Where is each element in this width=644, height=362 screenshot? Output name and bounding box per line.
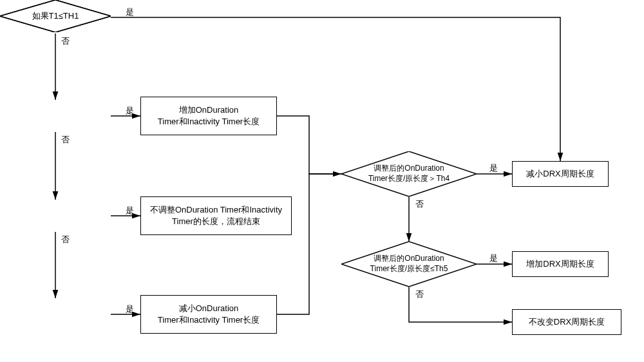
r1-text: 减小DRX周期长度	[526, 168, 594, 180]
d6-line1: 调整后的OnDuration	[374, 254, 444, 264]
process-decrease-drx: 减小DRX周期长度	[512, 161, 609, 187]
process-no-adjust: 不调整OnDuration Timer和Inactivity Timer的长度，…	[140, 196, 292, 235]
label-d3-no: 否	[61, 234, 70, 245]
label-d2-yes: 是	[126, 105, 134, 117]
process-nochange-drx: 不改变DRX周期长度	[512, 309, 621, 335]
a2-line2: Timer和Inactivity Timer长度	[158, 116, 260, 128]
decision-d4: 如果T1≤TH1	[0, 0, 111, 32]
a3-line1: 不调整OnDuration Timer和Inactivity	[150, 204, 282, 216]
a3-line2: Timer的长度，流程结束	[150, 216, 282, 227]
decision-d6: 调整后的OnDuration Timer长度/原长度≤Th5	[341, 242, 477, 287]
d6-line2: Timer长度/原长度≤Th5	[370, 264, 448, 274]
d5-line1: 调整后的OnDuration	[374, 164, 444, 174]
r2-text: 增加DRX周期长度	[526, 258, 594, 270]
decision-d5: 调整后的OnDuration Timer长度/原长度＞Th4	[341, 151, 477, 196]
label-d4-yes: 是	[126, 303, 134, 315]
label-d2-no: 否	[61, 134, 70, 146]
decision-d4-text: 如果T1≤TH1	[32, 10, 79, 22]
process-increase-drx: 增加DRX周期长度	[512, 251, 609, 277]
label-d1-no: 否	[61, 35, 70, 47]
label-d3-yes: 是	[126, 205, 134, 216]
process-increase-onduration: 增加OnDuration Timer和Inactivity Timer长度	[140, 97, 277, 135]
a2-line1: 增加OnDuration	[158, 104, 260, 116]
process-decrease-onduration: 减小OnDuration Timer和Inactivity Timer长度	[140, 295, 277, 334]
label-d6-no: 否	[415, 289, 424, 300]
r3-text: 不改变DRX周期长度	[529, 316, 605, 328]
label-d1-yes: 是	[126, 6, 134, 18]
d5-line2: Timer长度/原长度＞Th4	[368, 174, 450, 184]
label-d5-no: 否	[415, 198, 424, 210]
label-d6-yes: 是	[489, 252, 498, 264]
label-d5-yes: 是	[489, 162, 498, 174]
a4-line2: Timer和Inactivity Timer长度	[158, 314, 260, 326]
a4-line1: 减小OnDuration	[158, 303, 260, 314]
